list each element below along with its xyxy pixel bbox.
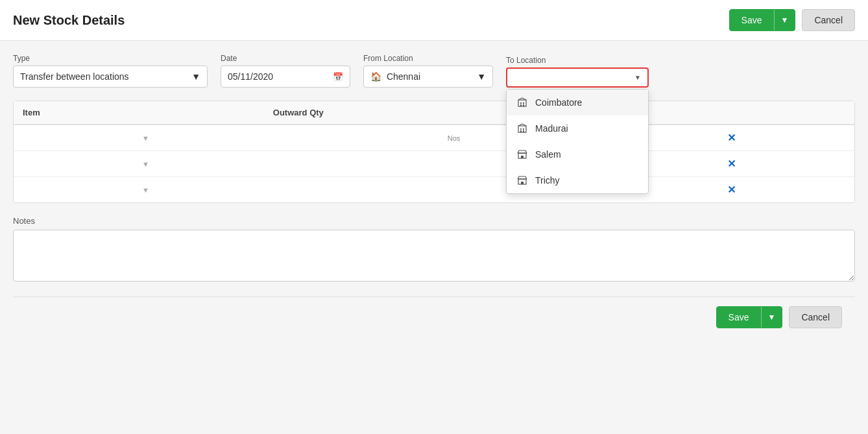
type-select[interactable]: Transfer between locations ▼ (13, 66, 208, 88)
type-value: Transfer between locations (20, 71, 129, 82)
footer-save-dropdown-arrow: ▼ (768, 313, 776, 322)
svg-rect-18 (521, 182, 524, 184)
store-icon-trichy (516, 174, 529, 187)
cancel-button[interactable]: Cancel (802, 9, 855, 31)
dropdown-item-trichy[interactable]: Trichy (507, 167, 648, 193)
table-row: ▼ ✕ (14, 177, 854, 203)
page-header: New Stock Details Save ▼ Cancel (0, 0, 868, 41)
item-dropdown-arrow-1: ▼ (142, 134, 149, 142)
svg-rect-10 (520, 130, 522, 132)
calendar-icon: 📅 (333, 72, 343, 82)
to-location-select[interactable] (506, 67, 649, 88)
items-table: Item Outward Qty MRP ▼ Nos (14, 101, 854, 202)
qty-cell-2[interactable] (158, 151, 439, 177)
dropdown-item-coimbatore[interactable]: Coimbatore (507, 90, 648, 115)
date-value: 05/11/2020 (228, 71, 273, 82)
delete-button-1[interactable]: ✕ (723, 130, 740, 145)
item-cell-3: ▼ (14, 177, 158, 203)
to-location-dropdown: Coimbatore Madurai (506, 89, 649, 194)
delete-button-2[interactable]: ✕ (723, 156, 740, 171)
save-button[interactable]: Save (730, 10, 774, 30)
building-icon-coimbatore (516, 96, 529, 109)
footer-cancel-button[interactable]: Cancel (789, 306, 842, 328)
from-location-group: From Location 🏠 Chennai ▼ (363, 54, 493, 88)
svg-rect-11 (523, 130, 524, 132)
type-dropdown-arrow: ▼ (191, 71, 200, 82)
notes-textarea[interactable] (13, 230, 855, 282)
table-row: ▼ ✕ (14, 151, 854, 177)
footer: Save ▼ Cancel (13, 296, 855, 337)
col-outward-qty: Outward Qty (158, 101, 439, 125)
page-title: New Stock Details (13, 13, 125, 28)
to-location-group: To Location (506, 56, 649, 88)
store-icon-salem (516, 148, 529, 161)
svg-rect-9 (523, 128, 524, 130)
svg-rect-8 (520, 128, 522, 130)
date-group: Date 05/11/2020 📅 (221, 54, 350, 88)
svg-rect-1 (520, 102, 522, 104)
type-group: Type Transfer between locations ▼ (13, 54, 208, 88)
save-dropdown-button[interactable]: ▼ (775, 10, 795, 30)
svg-rect-7 (518, 126, 526, 132)
item-dropdown-2[interactable]: ▼ (23, 160, 149, 168)
action-cell-3: ✕ (714, 177, 854, 203)
dropdown-item-coimbatore-label: Coimbatore (535, 97, 582, 108)
dropdown-item-salem-label: Salem (535, 149, 561, 160)
item-dropdown-3[interactable]: ▼ (23, 186, 149, 194)
footer-save-button[interactable]: Save (717, 307, 761, 328)
table-header-row: Item Outward Qty MRP (14, 101, 854, 125)
save-button-group: Save ▼ (729, 9, 796, 31)
table-container: Item Outward Qty MRP ▼ Nos (13, 101, 855, 203)
svg-rect-2 (523, 102, 524, 104)
item-cell-1: ▼ (14, 125, 158, 151)
item-dropdown-arrow-2: ▼ (142, 160, 149, 168)
footer-save-button-group: Save ▼ (716, 306, 783, 328)
svg-rect-15 (521, 156, 524, 158)
action-cell-1: ✕ (714, 125, 854, 151)
dropdown-item-trichy-label: Trichy (535, 175, 560, 186)
nos-label-1: Nos (448, 134, 461, 142)
item-dropdown-arrow-3: ▼ (142, 186, 149, 194)
home-icon: 🏠 (370, 71, 381, 82)
form-row: Type Transfer between locations ▼ Date 0… (13, 54, 855, 88)
item-dropdown-1[interactable]: ▼ (23, 134, 149, 142)
dropdown-item-salem[interactable]: Salem (507, 141, 648, 167)
svg-rect-4 (523, 104, 524, 106)
col-item: Item (14, 101, 158, 125)
notes-label: Notes (13, 216, 855, 226)
from-location-value: 🏠 Chennai (370, 71, 420, 82)
save-dropdown-arrow: ▼ (781, 16, 789, 25)
table-row: ▼ Nos ✕ (14, 125, 854, 151)
col-actions (714, 101, 854, 125)
building-icon-madurai (516, 122, 529, 135)
from-location-label: From Location (363, 54, 493, 63)
delete-button-3[interactable]: ✕ (723, 182, 740, 197)
svg-rect-0 (518, 100, 526, 106)
action-cell-2: ✕ (714, 151, 854, 177)
to-location-label: To Location (506, 56, 649, 65)
qty-cell-1[interactable] (158, 125, 439, 151)
dropdown-item-madurai-label: Madurai (535, 123, 568, 134)
item-cell-2: ▼ (14, 151, 158, 177)
content-area: Type Transfer between locations ▼ Date 0… (0, 41, 868, 434)
header-buttons: Save ▼ Cancel (729, 9, 855, 31)
from-location-select[interactable]: 🏠 Chennai ▼ (363, 66, 493, 88)
svg-rect-3 (520, 104, 522, 106)
date-label: Date (221, 54, 350, 63)
date-select[interactable]: 05/11/2020 📅 (221, 66, 350, 88)
from-location-arrow: ▼ (477, 71, 486, 82)
qty-cell-3[interactable] (158, 177, 439, 203)
type-label: Type (13, 54, 208, 63)
dropdown-item-madurai[interactable]: Madurai (507, 115, 648, 141)
footer-save-dropdown-button[interactable]: ▼ (762, 307, 782, 327)
notes-section: Notes (13, 216, 855, 283)
